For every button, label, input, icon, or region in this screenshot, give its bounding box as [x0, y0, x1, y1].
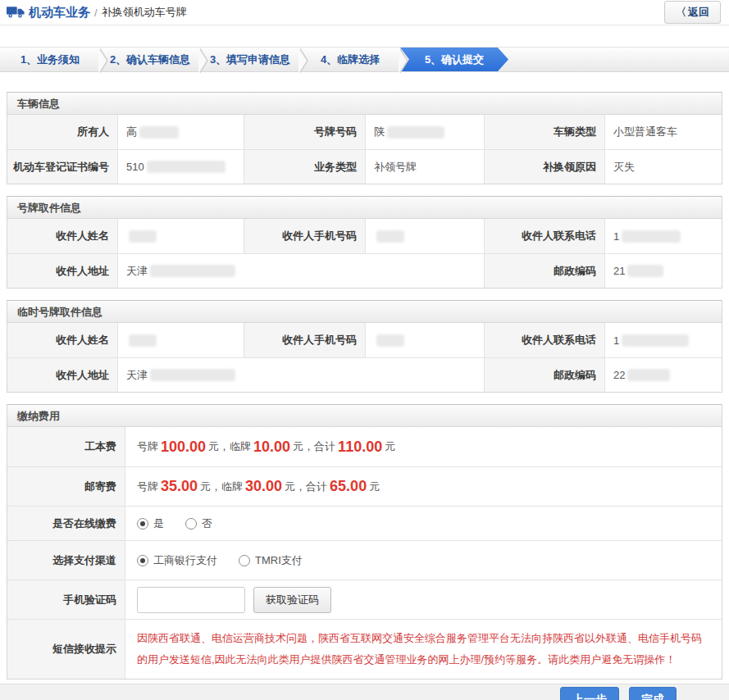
sms-code-input[interactable] [137, 587, 245, 613]
tab-step-4[interactable]: 4、临牌选择 [300, 48, 400, 71]
fees-table: 工本费 号牌100.00元，临牌10.00元，合计110.00元 邮寄费 号牌3… [7, 427, 722, 679]
field-value-online-pay: 是 否 [125, 506, 722, 540]
back-button[interactable]: 〈返回 [664, 1, 721, 24]
section-title: 缴纳费用 [7, 405, 722, 427]
field-value-recipient-mobile [366, 323, 485, 357]
field-label-mail-fee: 邮寄费 [7, 466, 125, 506]
page-title: 机动车业务 [29, 5, 90, 20]
field-label-plate-number: 号牌号码 [244, 115, 366, 149]
field-value-sms-code: 获取验证码 [125, 580, 722, 619]
field-value-pay-channel: 工商银行支付 TMRI支付 [125, 540, 722, 580]
tab-step-1[interactable]: 1、业务须知 [0, 48, 100, 71]
field-label-recipient-address: 收件人地址 [7, 253, 118, 288]
field-value-vehicle-type: 小型普通客车 [605, 115, 722, 149]
field-value-recipient-name [118, 219, 244, 253]
field-value-recipient-mobile [366, 219, 485, 253]
field-label-zip-code: 邮政编码 [485, 357, 605, 392]
field-value-production-fee: 号牌100.00元，临牌10.00元，合计110.00元 [125, 427, 722, 466]
pay-channel-tmri-option[interactable]: TMRI支付 [239, 553, 303, 568]
field-label-recipient-address: 收件人地址 [7, 357, 118, 392]
production-fee-total-amount: 110.00 [338, 439, 382, 456]
vehicle-info-table: 所有人 高 号牌号码 陕 车辆类型 小型普通客车 机动车登记证书编号 510 业… [7, 115, 722, 184]
back-chevron-icon: 〈 [676, 6, 686, 18]
footer-bar: 上一步 完成 [0, 684, 729, 700]
field-label-recipient-name: 收件人姓名 [7, 219, 118, 253]
top-header: 机动车业务 / 补换领机动车号牌 〈返回 [0, 0, 729, 25]
field-value-replace-reason: 灭失 [605, 149, 722, 184]
back-button-label: 返回 [688, 6, 709, 18]
online-pay-no-radio[interactable] [185, 518, 197, 530]
pay-channel-tmri-radio[interactable] [239, 555, 250, 566]
mail-fee-plate-amount: 35.00 [161, 478, 198, 495]
field-label-recipient-phone: 收件人联系电话 [485, 323, 605, 357]
get-sms-code-button[interactable]: 获取验证码 [253, 587, 331, 613]
field-value-sms-notice: 因陕西省联通、电信运营商技术问题，陕西省互联网交通安全综合服务管理平台无法向持陕… [125, 619, 722, 679]
field-value-recipient-name [118, 323, 244, 357]
production-fee-temp-amount: 10.00 [253, 439, 290, 456]
field-value-recipient-phone: 1 [605, 219, 722, 253]
section-title: 车辆信息 [7, 93, 722, 115]
redacted-value [627, 369, 670, 381]
field-label-owner: 所有人 [7, 115, 118, 149]
redacted-value [387, 126, 444, 139]
tab-step-3[interactable]: 3、填写申请信息 [200, 48, 300, 71]
field-label-vehicle-type: 车辆类型 [485, 115, 605, 149]
breadcrumb-divider: / [94, 7, 98, 19]
redacted-value [622, 334, 689, 347]
section-title: 号牌取件信息 [7, 197, 722, 219]
redacted-value [376, 230, 404, 243]
field-label-sms-code: 手机验证码 [7, 580, 125, 619]
redacted-value [129, 230, 157, 243]
finish-button[interactable]: 完成 [629, 687, 677, 700]
field-label-recipient-phone: 收件人联系电话 [485, 219, 605, 253]
field-value-registration-cert: 510 [118, 149, 244, 184]
field-value-zip-code: 22 [605, 357, 722, 392]
online-pay-no-option[interactable]: 否 [185, 516, 212, 531]
sms-notice-text: 因陕西省联通、电信运营商技术问题，陕西省互联网交通安全综合服务管理平台无法向持陕… [125, 620, 722, 679]
field-value-recipient-address: 天津 [118, 253, 485, 288]
temp-plate-delivery-section: 临时号牌取件信息 收件人姓名 收件人手机号码 收件人联系电话 1 收件人地址 天… [7, 300, 722, 393]
plate-delivery-table: 收件人姓名 收件人手机号码 收件人联系电话 1 收件人地址 天津 邮政编码 21 [7, 219, 722, 288]
pay-channel-icbc-radio[interactable] [137, 555, 148, 566]
redacted-value [150, 265, 235, 277]
field-label-recipient-name: 收件人姓名 [7, 323, 118, 357]
redacted-value [129, 334, 157, 347]
field-label-sms-notice: 短信接收提示 [7, 619, 125, 679]
redacted-value [139, 126, 179, 139]
vehicle-info-section: 车辆信息 所有人 高 号牌号码 陕 车辆类型 小型普通客车 机动车登记证书编号 … [7, 92, 722, 184]
temp-plate-delivery-table: 收件人姓名 收件人手机号码 收件人联系电话 1 收件人地址 天津 邮政编码 22 [7, 323, 722, 392]
field-label-recipient-mobile: 收件人手机号码 [244, 323, 366, 357]
mail-fee-total-amount: 65.00 [330, 478, 367, 495]
field-value-owner: 高 [118, 115, 244, 149]
pay-channel-icbc-option[interactable]: 工商银行支付 [137, 553, 217, 568]
field-value-recipient-address: 天津 [118, 357, 485, 392]
field-label-registration-cert: 机动车登记证书编号 [7, 149, 118, 184]
breadcrumb-subtitle: 补换领机动车号牌 [102, 5, 187, 20]
mail-fee-temp-amount: 30.00 [245, 478, 282, 495]
field-label-pay-channel: 选择支付渠道 [7, 540, 125, 580]
section-title: 临时号牌取件信息 [7, 301, 722, 323]
prev-step-button[interactable]: 上一步 [560, 687, 619, 700]
online-pay-yes-radio[interactable] [137, 518, 148, 530]
field-label-production-fee: 工本费 [7, 427, 125, 466]
redacted-value [147, 161, 226, 173]
redacted-value [627, 265, 663, 277]
field-label-online-pay: 是否在线缴费 [7, 506, 125, 540]
field-value-business-type: 补领号牌 [366, 149, 485, 184]
field-value-recipient-phone: 1 [605, 323, 722, 357]
redacted-value [376, 334, 404, 347]
field-label-recipient-mobile: 收件人手机号码 [244, 219, 366, 253]
field-label-business-type: 业务类型 [244, 149, 366, 184]
plate-delivery-section: 号牌取件信息 收件人姓名 收件人手机号码 收件人联系电话 1 收件人地址 天津 … [7, 196, 722, 289]
truck-icon [7, 6, 25, 19]
online-pay-yes-option[interactable]: 是 [137, 516, 164, 531]
field-label-zip-code: 邮政编码 [485, 253, 605, 288]
field-value-zip-code: 21 [605, 253, 722, 288]
field-label-replace-reason: 补换领原因 [485, 149, 605, 184]
tab-step-2[interactable]: 2、确认车辆信息 [100, 48, 200, 71]
field-value-mail-fee: 号牌35.00元，临牌30.00元，合计65.00元 [125, 466, 722, 506]
field-value-plate-number: 陕 [366, 115, 485, 149]
redacted-value [150, 369, 235, 381]
fees-section: 缴纳费用 工本费 号牌100.00元，临牌10.00元，合计110.00元 邮寄… [7, 404, 722, 680]
tab-step-5[interactable]: 5、确认提交 [400, 48, 508, 71]
